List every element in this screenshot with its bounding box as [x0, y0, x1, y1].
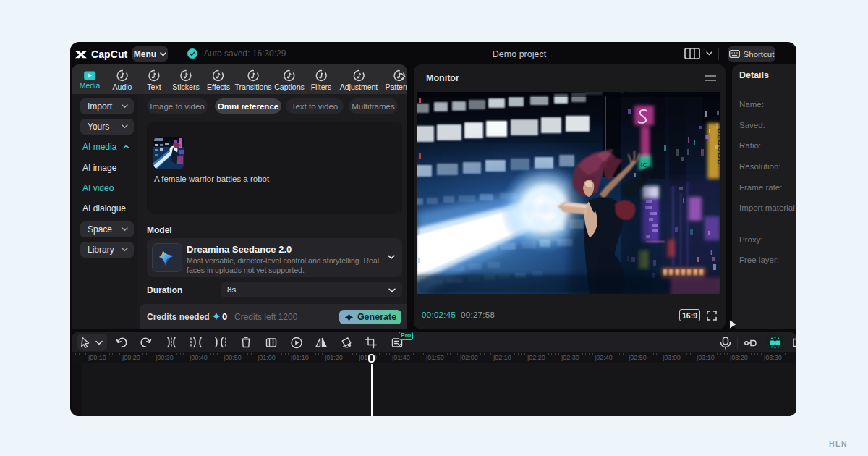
svg-text:IC: IC — [641, 161, 648, 169]
